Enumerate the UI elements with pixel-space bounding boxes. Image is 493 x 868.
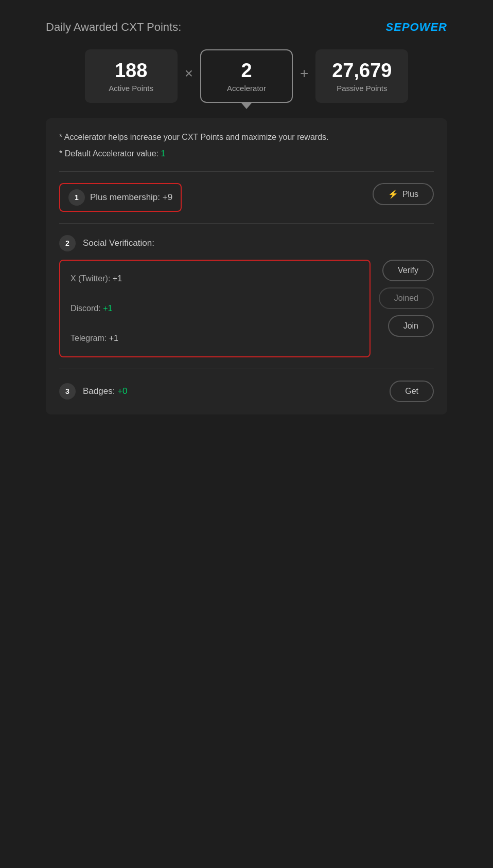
social-content: X (Twitter): +1 Discord: +1 Telegram: +1 bbox=[59, 260, 434, 357]
plus-button[interactable]: ⚡ Plus bbox=[373, 183, 434, 205]
verify-button[interactable]: Verify bbox=[382, 260, 434, 281]
badges-left: 3 Badges: +0 bbox=[59, 383, 128, 400]
discord-row: Discord: +1 bbox=[71, 299, 359, 318]
social-section: 2 Social Verification: X (Twitter): +1 D… bbox=[59, 235, 434, 357]
brand-name: SEPOWER bbox=[386, 21, 447, 34]
twitter-row: X (Twitter): +1 bbox=[71, 269, 359, 288]
discord-label: Discord: +1 bbox=[71, 304, 112, 313]
social-label: Social Verification: bbox=[83, 238, 154, 248]
header-title: Daily Awarded CXT Points: bbox=[46, 21, 181, 34]
telegram-row: Telegram: +1 bbox=[71, 329, 359, 348]
badges-section-row: 3 Badges: +0 Get bbox=[59, 381, 434, 402]
joined-button[interactable]: Joined bbox=[379, 287, 434, 309]
info-default-value: 1 bbox=[161, 149, 165, 158]
divider-3 bbox=[59, 369, 434, 369]
get-button[interactable]: Get bbox=[390, 381, 434, 402]
passive-points-value: 27,679 bbox=[331, 60, 393, 82]
accelerator-value: 2 bbox=[216, 60, 277, 82]
info-line1: * Accelerator helps increase your CXT Po… bbox=[59, 131, 434, 144]
points-row: 188 Active Points × 2 Accelerator + 27,6… bbox=[46, 49, 447, 103]
page-header: Daily Awarded CXT Points: SEPOWER bbox=[46, 21, 447, 34]
divider-1 bbox=[59, 171, 434, 172]
lightning-icon: ⚡ bbox=[388, 189, 398, 199]
badges-label: Badges: +0 bbox=[83, 386, 128, 396]
active-points-card: 188 Active Points bbox=[85, 49, 178, 103]
social-step-badge: 2 bbox=[59, 235, 76, 251]
add-operator: + bbox=[293, 65, 315, 82]
active-points-label: Active Points bbox=[100, 84, 162, 93]
divider-2 bbox=[59, 223, 434, 224]
join-button[interactable]: Join bbox=[388, 315, 434, 337]
badges-step-badge: 3 bbox=[59, 383, 76, 400]
plus-label: Plus membership: +9 bbox=[90, 192, 172, 203]
social-header: 2 Social Verification: bbox=[59, 235, 434, 251]
badges-value: +0 bbox=[117, 386, 127, 396]
telegram-label: Telegram: +1 bbox=[71, 334, 118, 343]
info-line2: * Default Accelerator value: 1 bbox=[59, 147, 434, 160]
accelerator-label: Accelerator bbox=[216, 84, 277, 93]
social-buttons-col: Verify Joined Join bbox=[379, 260, 434, 337]
passive-points-card: 27,679 Passive Points bbox=[315, 49, 408, 103]
passive-points-label: Passive Points bbox=[331, 84, 393, 93]
info-box: * Accelerator helps increase your CXT Po… bbox=[46, 118, 447, 414]
multiply-operator: × bbox=[178, 65, 200, 82]
twitter-label: X (Twitter): +1 bbox=[71, 274, 122, 283]
plus-membership-item: 1 Plus membership: +9 bbox=[59, 183, 182, 212]
accelerator-card: 2 Accelerator bbox=[200, 49, 293, 103]
social-items-box: X (Twitter): +1 Discord: +1 Telegram: +1 bbox=[59, 260, 371, 357]
active-points-value: 188 bbox=[100, 60, 162, 82]
plus-section-row: 1 Plus membership: +9 ⚡ Plus bbox=[59, 183, 434, 212]
plus-step-badge: 1 bbox=[68, 189, 85, 206]
